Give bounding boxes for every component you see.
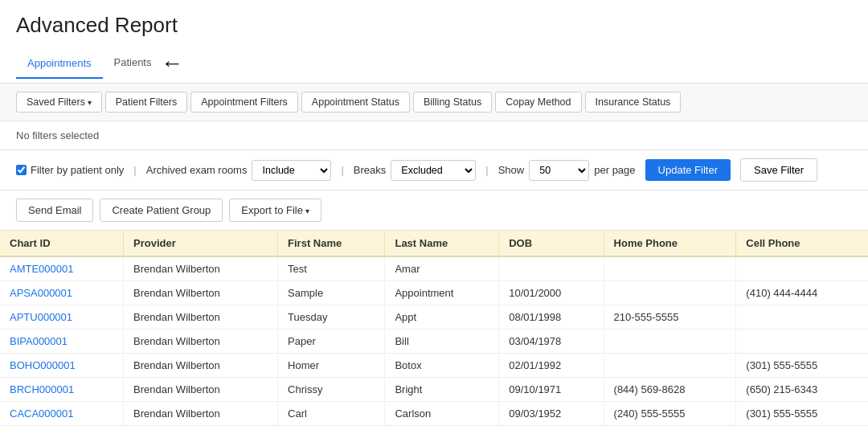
chart-id-link[interactable]: AMTE000001 — [10, 263, 74, 275]
breaks-group: Breaks Excluded Included — [354, 160, 476, 181]
cell-provider: Brendan Wilberton — [124, 281, 278, 305]
update-filter-button[interactable]: Update Filter — [645, 159, 731, 181]
patients-arrow-icon: ← — [161, 52, 183, 75]
appointment-status-button[interactable]: Appointment Status — [301, 92, 410, 113]
send-email-button[interactable]: Send Email — [16, 199, 93, 222]
col-dob: DOB — [499, 231, 604, 256]
cell-chart-id[interactable]: BOHO000001 — [0, 354, 124, 378]
options-bar: Filter by patient only | Archived exam r… — [0, 150, 868, 190]
separator3: | — [485, 164, 488, 176]
cell-home-phone: 210-555-5555 — [604, 305, 736, 330]
cell-cell-phone: (650) 215-6343 — [736, 378, 868, 402]
cell-cell-phone: (410) 444-4444 — [736, 281, 868, 305]
chart-id-link[interactable]: BOHO000001 — [10, 359, 76, 371]
breaks-select[interactable]: Excluded Included — [391, 160, 476, 181]
cell-chart-id[interactable]: BIPA000001 — [0, 330, 124, 354]
cell-chart-id[interactable]: CACA000001 — [0, 402, 124, 426]
separator2: | — [341, 164, 343, 176]
chart-id-link[interactable]: APTU000001 — [10, 311, 72, 323]
cell-home-phone — [604, 354, 736, 378]
table-wrapper: Chart ID Provider First Name Last Name D… — [0, 231, 868, 426]
col-cell-phone: Cell Phone — [736, 231, 868, 256]
cell-provider: Brendan Wilberton — [124, 402, 278, 426]
cell-last-name: Botox — [385, 354, 499, 378]
cell-first-name: Paper — [278, 330, 385, 354]
cell-home-phone: (240) 555-5555 — [604, 402, 736, 426]
cell-last-name: Carlson — [385, 402, 499, 426]
cell-home-phone: (844) 569-8628 — [604, 378, 736, 402]
action-bar: Send Email Create Patient Group Export t… — [0, 190, 868, 231]
cell-provider: Brendan Wilberton — [124, 330, 278, 354]
archived-exam-rooms-group: Archived exam rooms Include Exclude — [146, 160, 332, 181]
data-table: Chart ID Provider First Name Last Name D… — [0, 231, 868, 426]
insurance-status-button[interactable]: Insurance Status — [585, 92, 682, 113]
show-group: Show 25 50 100 per page — [498, 160, 636, 181]
col-last-name: Last Name — [385, 231, 499, 256]
separator: | — [133, 164, 136, 176]
tabs-bar: Appointments Patients ← — [0, 44, 868, 84]
chart-id-link[interactable]: BRCH000001 — [10, 383, 74, 395]
cell-home-phone — [604, 256, 736, 281]
show-select[interactable]: 25 50 100 — [529, 160, 589, 181]
copay-method-button[interactable]: Copay Method — [495, 92, 581, 113]
cell-dob: 08/01/1998 — [499, 305, 604, 330]
cell-home-phone — [604, 281, 736, 305]
no-filters-message: No filters selected — [0, 121, 868, 150]
table-row: APSA000001 Brendan Wilberton Sample Appo… — [0, 281, 868, 305]
table-header-row: Chart ID Provider First Name Last Name D… — [0, 231, 868, 256]
archived-exam-rooms-select[interactable]: Include Exclude — [252, 160, 331, 181]
table-row: BIPA000001 Brendan Wilberton Paper Bill … — [0, 330, 868, 354]
filter-by-patient-checkbox[interactable] — [16, 165, 27, 175]
tab-appointments[interactable]: Appointments — [16, 49, 103, 79]
chart-id-link[interactable]: APSA000001 — [10, 287, 72, 299]
filter-bar: Saved Filters Patient Filters Appointmen… — [0, 84, 868, 121]
cell-dob: 10/01/2000 — [499, 281, 604, 305]
cell-last-name: Bright — [385, 378, 499, 402]
cell-provider: Brendan Wilberton — [124, 305, 278, 330]
patient-filters-button[interactable]: Patient Filters — [105, 92, 187, 113]
cell-dob: 03/04/1978 — [499, 330, 604, 354]
table-row: APTU000001 Brendan Wilberton Tuesday App… — [0, 305, 868, 330]
page-title: Advanced Report — [16, 13, 852, 38]
cell-chart-id[interactable]: BRCH000001 — [0, 378, 124, 402]
table-row: CACA000001 Brendan Wilberton Carl Carlso… — [0, 402, 868, 426]
cell-cell-phone: (301) 555-5555 — [736, 354, 868, 378]
col-first-name: First Name — [278, 231, 385, 256]
chart-id-link[interactable]: CACA000001 — [10, 407, 74, 420]
cell-provider: Brendan Wilberton — [124, 378, 278, 402]
table-row: BRCH000001 Brendan Wilberton Chrissy Bri… — [0, 378, 868, 402]
billing-status-button[interactable]: Billing Status — [413, 92, 492, 113]
cell-first-name: Homer — [278, 354, 385, 378]
cell-cell-phone: (301) 555-5555 — [736, 402, 868, 426]
cell-chart-id[interactable]: AMTE000001 — [0, 256, 124, 281]
cell-first-name: Chrissy — [278, 378, 385, 402]
saved-filters-button[interactable]: Saved Filters — [16, 92, 102, 113]
appointment-filters-button[interactable]: Appointment Filters — [190, 92, 298, 113]
cell-chart-id[interactable]: APSA000001 — [0, 281, 124, 305]
tab-patients[interactable]: Patients ← — [103, 44, 195, 83]
cell-first-name: Tuesday — [278, 305, 385, 330]
export-to-file-button[interactable]: Export to File — [229, 199, 321, 222]
cell-last-name: Appt — [385, 305, 499, 330]
save-filter-button[interactable]: Save Filter — [740, 158, 817, 182]
page-header: Advanced Report — [0, 0, 868, 44]
cell-cell-phone — [736, 256, 868, 281]
cell-dob: 02/01/1992 — [499, 354, 604, 378]
cell-home-phone — [604, 330, 736, 354]
cell-chart-id[interactable]: APTU000001 — [0, 305, 124, 330]
filter-by-patient-checkbox-label[interactable]: Filter by patient only — [16, 164, 124, 176]
create-patient-group-button[interactable]: Create Patient Group — [100, 199, 223, 222]
col-chart-id: Chart ID — [0, 231, 124, 256]
col-home-phone: Home Phone — [604, 231, 736, 256]
cell-dob: 09/03/1952 — [499, 402, 604, 426]
col-provider: Provider — [124, 231, 278, 256]
cell-first-name: Carl — [278, 402, 385, 426]
cell-dob — [499, 256, 604, 281]
cell-last-name: Appointment — [385, 281, 499, 305]
cell-last-name: Bill — [385, 330, 499, 354]
table-row: AMTE000001 Brendan Wilberton Test Amar — [0, 256, 868, 281]
cell-last-name: Amar — [385, 256, 499, 281]
chart-id-link[interactable]: BIPA000001 — [10, 335, 68, 347]
cell-first-name: Sample — [278, 281, 385, 305]
table-row: BOHO000001 Brendan Wilberton Homer Botox… — [0, 354, 868, 378]
